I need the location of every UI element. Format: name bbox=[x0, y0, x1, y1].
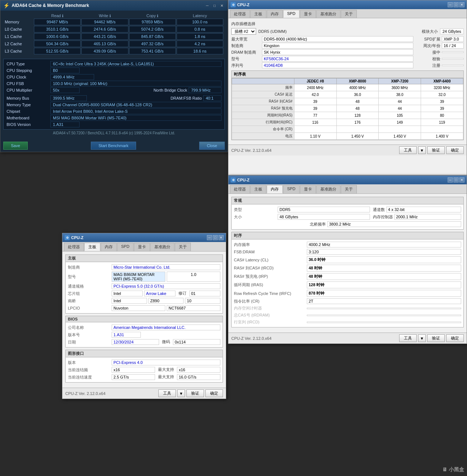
lpcio-row: LPCIO Nuvoton NCT6687 bbox=[68, 304, 220, 312]
dram-mfr-label: DRAM 制造商 bbox=[231, 50, 260, 55]
bench-read: 3510.1 GB/s bbox=[34, 26, 81, 32]
cpuz-spd-maximize[interactable]: □ bbox=[454, 2, 459, 7]
mb-bus-label: 通道规格 bbox=[68, 284, 112, 289]
cpuz-tab-基准跑分[interactable]: 基准跑分 bbox=[316, 10, 340, 18]
latency-header: Latency bbox=[177, 14, 223, 18]
cpuz-tab-SPD[interactable]: SPD bbox=[283, 185, 300, 193]
cpu-type-row: CPU Type 6C+8c Intel Core Ultra 3 245K (… bbox=[7, 61, 221, 67]
spd-ext-label: SPD扩展 bbox=[415, 37, 440, 42]
cpuz-mb-minimize[interactable]: ─ bbox=[207, 235, 212, 240]
cpu-clock-label: CPU Clock bbox=[7, 75, 50, 79]
cpuz-spd-title: ⚙ CPU-Z bbox=[231, 2, 250, 7]
mfr-row: 制造商 Micro-Star International Co. Ltd. bbox=[68, 264, 220, 271]
reg-field-value bbox=[442, 65, 464, 66]
copy-header: Copy bbox=[146, 14, 156, 18]
slot-select[interactable]: 插槽 #2 bbox=[231, 28, 256, 35]
cpuz-tab-关于[interactable]: 关于 bbox=[341, 185, 357, 193]
cpuz-tab-主板[interactable]: 主板 bbox=[250, 185, 266, 193]
graphics-group-content: 版本 PCI-Express 4.0 当前连结频 x16 最大支持 x16 当前… bbox=[66, 357, 223, 382]
mem-freq-value: 4000.2 MHz bbox=[307, 242, 461, 247]
mem-general-content: 类型 DDR5 通道数 4 x 32-bit 大小 48 GBytes bbox=[232, 204, 463, 229]
cpuz-mem-footer-buttons: 工具 ▼ 验证 确定 bbox=[399, 334, 464, 342]
cpuz-mb-content: 主板 制造商 Micro-Star International Co. Ltd.… bbox=[62, 252, 226, 388]
cpu-type-value: 6C+8c Intel Core Ultra 3 245K (Arrow Lak… bbox=[50, 61, 221, 67]
memory-bus-row: Memory Bus 3999.5 MHz DRAM:FSB Ratio 40:… bbox=[7, 95, 221, 101]
part-num-value: KF580C36-24 bbox=[262, 56, 413, 62]
cpuz-tab-处理器[interactable]: 处理器 bbox=[230, 10, 250, 18]
cpuz-spd-ok-btn[interactable]: 确定 bbox=[446, 146, 464, 154]
max-bw-label: 最大带宽 bbox=[231, 37, 260, 42]
cpuz-mem-tools-dropdown[interactable]: ▼ bbox=[418, 334, 426, 342]
cpuz-tab-内存[interactable]: 内存 bbox=[101, 243, 117, 251]
gfx-ver-value: PCI-Express 4.0 bbox=[112, 360, 220, 365]
mem-size-row: 大小 48 GBytes 内存控制器 2000.1 MHz bbox=[234, 213, 461, 220]
aida64-close-btn[interactable]: ✕ bbox=[219, 3, 225, 8]
aida64-title: ⚡ AIDA64 Cache & Memory Benchmark bbox=[3, 3, 89, 8]
cpuz-tab-内存[interactable]: 内存 bbox=[267, 10, 283, 18]
checksum-label: 校验 bbox=[415, 56, 440, 62]
ras-cas-value: 48 时钟 bbox=[307, 265, 461, 272]
cpuz-tab-SPD[interactable]: SPD bbox=[283, 10, 300, 18]
bench-read: 99487 MB/s bbox=[34, 19, 81, 25]
aida64-maximize-btn[interactable]: □ bbox=[212, 3, 217, 8]
cpuz-spd-close[interactable]: ✕ bbox=[459, 2, 464, 7]
max-bw-value: DDR5-8000 (4000 MHz) bbox=[262, 36, 413, 42]
cpuz-mb-tools-btn[interactable]: 工具 bbox=[158, 389, 176, 397]
cpuz-tab-显卡[interactable]: 显卡 bbox=[134, 243, 150, 251]
gfx-max-link-value: x16 bbox=[177, 367, 220, 373]
cpuz-mem-tools-btn[interactable]: 工具 bbox=[399, 334, 417, 342]
cpuz-tab-基准跑分[interactable]: 基准跑分 bbox=[150, 243, 174, 251]
cpuz-spd-tools-dropdown[interactable]: ▼ bbox=[418, 146, 426, 154]
row-refresh-row: Row Refresh Cycle Time (tRFC) 878 时钟 bbox=[234, 289, 461, 298]
cpuz-tab-SPD[interactable]: SPD bbox=[117, 243, 134, 251]
cpuz-mb-tools-dropdown[interactable]: ▼ bbox=[177, 389, 185, 397]
aida64-start-btn[interactable]: Start Benchmark bbox=[91, 142, 136, 150]
bios-version-row: 版本号 1.A31 bbox=[68, 331, 220, 338]
bench-latency: 100.0 ns bbox=[177, 19, 223, 25]
cpuz-spd-minimize[interactable]: ─ bbox=[448, 2, 453, 7]
cpuz-mb-validate-btn[interactable]: 验证 bbox=[186, 389, 204, 397]
cpuz-tab-显卡[interactable]: 显卡 bbox=[300, 185, 316, 193]
serial-value: 4104E4D8 bbox=[262, 62, 413, 68]
cpuz-tab-显卡[interactable]: 显卡 bbox=[300, 10, 316, 18]
cpuz-spd-validate-btn[interactable]: 验证 bbox=[427, 146, 445, 154]
cpuz-mem-ok-btn[interactable]: 确定 bbox=[446, 334, 464, 342]
cpuz-tab-主板[interactable]: 主板 bbox=[84, 243, 100, 251]
cpuz-mem-close[interactable]: ✕ bbox=[459, 177, 464, 183]
bios-row: BIOS Version 1.A31 bbox=[7, 121, 221, 128]
cpuz-mem-minimize[interactable]: ─ bbox=[448, 177, 453, 183]
mb-bus-value: PCI-Express 5.0 (32.0 GT/s) bbox=[112, 283, 220, 289]
aida64-buttons: Save Start Benchmark Close bbox=[0, 139, 228, 152]
cpu-fsb-row: CPU FSB 100.0 MHz (original: 100 MHz) bbox=[7, 80, 221, 87]
cpuz-tab-处理器[interactable]: 处理器 bbox=[230, 185, 250, 193]
cpuz-tab-关于[interactable]: 关于 bbox=[175, 243, 191, 251]
aida64-close-main-btn[interactable]: Close bbox=[199, 142, 225, 150]
cpu-clock-row: CPU Clock 4999.4 MHz bbox=[7, 74, 221, 80]
aida64-content: Read ℹ Write ℹ Copy ℹ Latency Memory 994… bbox=[0, 11, 228, 139]
chipset-value: Intel Arrow Point B860, Intel Arrow Lake… bbox=[50, 108, 221, 114]
cpuz-mb-footer-buttons: 工具 ▼ 验证 确定 bbox=[158, 389, 223, 397]
cpuz-mem-maximize[interactable]: □ bbox=[454, 177, 459, 183]
chipset-row: Chipset Intel Arrow Point B860, Intel Ar… bbox=[7, 108, 221, 115]
cpuz-tab-处理器[interactable]: 处理器 bbox=[64, 243, 84, 251]
memory-bus-value: 3999.5 MHz bbox=[50, 95, 87, 101]
cpuz-mb-maximize[interactable]: □ bbox=[213, 235, 218, 240]
cpuz-tab-关于[interactable]: 关于 bbox=[341, 10, 357, 18]
cpuz-tab-基准跑分[interactable]: 基准跑分 bbox=[316, 185, 340, 193]
bios-ver-label: 版本号 bbox=[68, 332, 112, 338]
aida64-minimize-btn[interactable]: ─ bbox=[204, 3, 210, 8]
bench-write: 443.21 GB/s bbox=[81, 33, 128, 40]
registered-value bbox=[442, 51, 464, 53]
cpuz-memory-window: ⚙ CPU-Z ─ □ ✕ 处理器主板内存SPD显卡基准跑分关于 常规 类型 D… bbox=[228, 175, 467, 344]
cpuz-mb-close[interactable]: ✕ bbox=[219, 235, 224, 240]
cpuz-mb-ok-btn[interactable]: 确定 bbox=[205, 389, 223, 397]
cpuz-tab-内存[interactable]: 内存 bbox=[267, 185, 283, 193]
cpuz-mem-validate-btn[interactable]: 验证 bbox=[427, 334, 445, 342]
cpuz-spd-tools-btn[interactable]: 工具 bbox=[399, 146, 417, 154]
model-row: 型号 MAG B860M MORTAR WIFI (MS-7E40) 1.0 bbox=[68, 271, 220, 283]
mem-type-label: 类型 bbox=[234, 207, 278, 212]
aida64-save-btn[interactable]: Save bbox=[3, 142, 28, 150]
cpuz-tab-主板[interactable]: 主板 bbox=[250, 10, 266, 18]
north-bridge-row: 北桥频率 3800.2 MHz bbox=[234, 220, 461, 228]
part-num-label: 型号 bbox=[231, 56, 260, 62]
